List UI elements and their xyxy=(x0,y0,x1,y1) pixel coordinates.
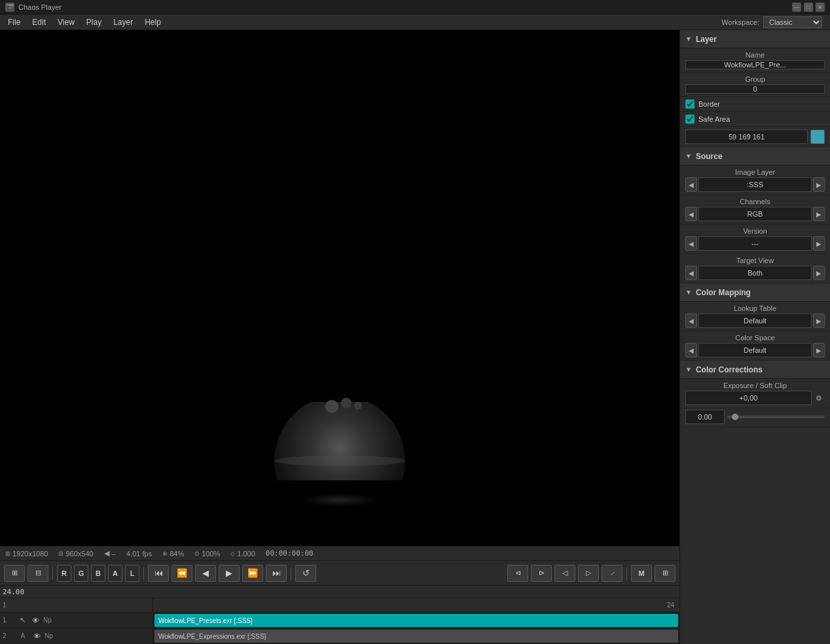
mark-button[interactable]: M xyxy=(631,565,652,582)
channels-value[interactable]: RGB xyxy=(698,207,812,221)
border-checkbox[interactable] xyxy=(685,99,695,109)
channels-next[interactable]: ▶ xyxy=(813,207,825,221)
menu-file[interactable]: File xyxy=(3,16,26,28)
skip-back-button[interactable]: ⏮ xyxy=(148,565,169,582)
layout-button[interactable]: ⊞ xyxy=(4,565,25,582)
target-view-prev[interactable]: ◀ xyxy=(685,266,697,280)
name-value[interactable]: WokflowLPE_Pre... xyxy=(685,60,825,69)
menu-view[interactable]: View xyxy=(52,16,80,28)
version-next[interactable]: ▶ xyxy=(813,236,825,251)
skip-fwd-button[interactable]: ⏭ xyxy=(266,565,287,582)
image-layer-next[interactable]: ▶ xyxy=(813,177,825,192)
menu-edit[interactable]: Edit xyxy=(27,16,51,28)
color-corrections-section-header[interactable]: ▼ Color Corrections xyxy=(680,361,830,379)
timeline-content: 24 WokflowLPE_Presets.exr [:SSS] Wokflow… xyxy=(153,598,679,644)
image-layer-value[interactable]: :SSS xyxy=(698,177,812,192)
menu-play[interactable]: Play xyxy=(81,16,107,28)
source-section-header[interactable]: ▼ Source xyxy=(680,147,830,166)
fps-item: 4.01 fps xyxy=(126,550,152,558)
range-item: ◀ -- xyxy=(104,549,116,558)
ratio-value: 1.000 xyxy=(237,550,255,558)
trim-in-button[interactable]: ◁ xyxy=(554,565,575,582)
play-button[interactable]: ▶ xyxy=(219,565,240,582)
lookup-table-row: Lookup Table ◀ Default ▶ xyxy=(680,302,830,331)
timeline-ruler-left: 1 xyxy=(0,598,153,613)
exposure-value2[interactable]: 0.00 xyxy=(685,410,725,424)
channel-r-button[interactable]: R xyxy=(57,565,71,582)
menu-help[interactable]: Help xyxy=(139,16,166,28)
split-button[interactable]: ⊟ xyxy=(27,565,48,582)
trim-out-button[interactable]: ▷ xyxy=(578,565,599,582)
exposure-control: +0,00 ⚙ xyxy=(685,391,825,405)
color-row: 59 169 161 xyxy=(680,127,830,147)
zoom-icon: ⊕ xyxy=(162,550,168,557)
image-layer-prev[interactable]: ◀ xyxy=(685,177,697,192)
exposure-slider-thumb[interactable] xyxy=(732,414,738,420)
timeline-ruler-area: 1 1 ↖ 👁 Np 2 A 👁 Np xyxy=(0,598,679,644)
play-back-button[interactable]: ◀ xyxy=(195,565,216,582)
eye-icon-2[interactable]: 👁 xyxy=(31,631,42,641)
lookup-table-next[interactable]: ▶ xyxy=(813,313,825,328)
layer-section-header[interactable]: ▼ Layer xyxy=(680,30,830,48)
resolution1-value: 1920x1080 xyxy=(12,550,48,558)
color-space-next[interactable]: ▶ xyxy=(813,343,825,357)
lookup-table-value[interactable]: Default xyxy=(698,313,812,328)
workspace-label: Workspace: xyxy=(721,18,759,26)
step-back-button[interactable]: ⏪ xyxy=(171,565,192,582)
color-value[interactable]: 59 169 161 xyxy=(685,130,808,144)
exposure-value[interactable]: +0,00 xyxy=(685,391,812,405)
clip-2[interactable]: WokflowLPE_Expressions.exr [:SSS] xyxy=(154,630,678,643)
maximize-button[interactable]: □ xyxy=(804,3,813,12)
clip-1[interactable]: WokflowLPE_Presets.exr [:SSS] xyxy=(154,614,678,627)
channel-a-button[interactable]: A xyxy=(108,565,122,582)
menu-layer[interactable]: Layer xyxy=(108,16,138,28)
step-fwd-button[interactable]: ⏩ xyxy=(242,565,263,582)
grid-button[interactable]: ⊞ xyxy=(655,565,676,582)
border-label[interactable]: Border xyxy=(698,100,720,108)
lookup-table-prev[interactable]: ◀ xyxy=(685,313,697,328)
cursor-icon-1[interactable]: ↖ xyxy=(17,615,27,626)
exposure-slider-track[interactable] xyxy=(727,416,825,418)
close-button[interactable]: ✕ xyxy=(816,3,825,12)
frame-start: 1 xyxy=(3,601,7,609)
version-value[interactable]: --- xyxy=(698,236,812,251)
workspace-select[interactable]: Classic xyxy=(763,16,822,28)
out-point-button[interactable]: ⊳ xyxy=(531,565,552,582)
version-prev[interactable]: ◀ xyxy=(685,236,697,251)
timecode-item: 00:00:00:00 xyxy=(266,549,314,558)
channel-b-button[interactable]: B xyxy=(91,565,105,582)
timeline-area: 24.00 1 1 ↖ 👁 Np xyxy=(0,585,679,644)
color-mapping-section-header[interactable]: ▼ Color Mapping xyxy=(680,283,830,302)
zoom-percent-value: 84% xyxy=(170,550,184,558)
track-number-2: 2 xyxy=(3,632,14,639)
safe-area-label[interactable]: Safe Area xyxy=(698,115,730,123)
app-icon: 🎬 xyxy=(5,3,14,12)
color-space-prev[interactable]: ◀ xyxy=(685,343,697,357)
group-value[interactable]: 0 xyxy=(685,84,825,94)
channel-l-button[interactable]: L xyxy=(125,565,139,582)
color-swatch[interactable] xyxy=(810,130,825,144)
target-view-next[interactable]: ▶ xyxy=(813,266,825,280)
exposure-picker-icon[interactable]: ⚙ xyxy=(813,392,825,404)
track-number-1: 1 xyxy=(3,617,14,624)
target-view-value[interactable]: Both xyxy=(698,266,812,280)
in-point-button[interactable]: ⊲ xyxy=(507,565,528,582)
zoom-value-item: ⊙ 100% xyxy=(194,550,220,558)
group-row: Group 0 xyxy=(680,73,830,97)
minimize-button[interactable]: — xyxy=(792,3,801,12)
image-layer-label: Image Layer xyxy=(685,168,825,176)
channels-prev[interactable]: ◀ xyxy=(685,207,697,221)
color-space-value[interactable]: Default xyxy=(698,343,812,357)
name-row: Name WokflowLPE_Pre... xyxy=(680,48,830,73)
planet-visual xyxy=(261,349,418,480)
safe-area-checkbox[interactable] xyxy=(685,115,695,124)
source-section-title: Source xyxy=(696,152,723,161)
res2-icon: ⊟ xyxy=(58,550,63,557)
layer-collapse-icon: ▼ xyxy=(685,35,692,43)
channel-g-button[interactable]: G xyxy=(74,565,88,582)
eye-icon-1[interactable]: 👁 xyxy=(30,615,41,626)
ramp-button[interactable]: ⟋ xyxy=(602,565,622,582)
sep3 xyxy=(291,567,291,580)
version-control: ◀ --- ▶ xyxy=(685,236,825,251)
loop-button[interactable]: ↺ xyxy=(295,565,316,582)
